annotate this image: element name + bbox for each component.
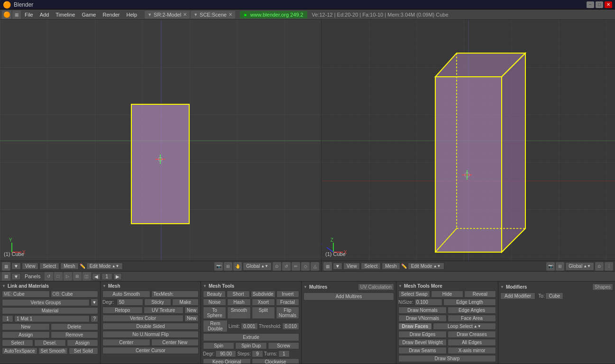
menu-help[interactable]: Help (124, 11, 140, 18)
vp-expand-left[interactable]: ▼ (11, 263, 21, 270)
btn-delete-mat[interactable]: Delete (51, 323, 99, 330)
btn-set-solid[interactable]: Set Solid (69, 347, 98, 355)
btn-subdivide[interactable]: Subdivide (251, 291, 275, 298)
minimize-button[interactable]: − (587, 1, 594, 8)
vp-mode-right[interactable]: Edit Mode ▲▼ (408, 263, 444, 270)
btn-select-mat[interactable]: Select (2, 339, 33, 346)
btn-draw-normals[interactable]: Draw Normals (398, 307, 447, 314)
btn-draw-seams[interactable]: Draw Seams (398, 347, 447, 354)
btn-draw-edges[interactable]: Draw Edges (398, 331, 447, 338)
menu-game[interactable]: Game (79, 11, 99, 18)
vp-icon-right[interactable]: ▦ (323, 262, 332, 271)
vp-hand-icon-left[interactable]: 🤚 (233, 262, 242, 271)
tab-close-sr2[interactable]: ✕ (183, 12, 187, 17)
page-prev[interactable]: ◀ (92, 273, 101, 280)
btn-draw-sharp[interactable]: Draw Sharp (398, 355, 496, 362)
vp-view-right[interactable]: View (343, 263, 360, 270)
btn-set-smooth[interactable]: Set Smooth (38, 347, 68, 355)
btn-retopo[interactable]: Retopo (102, 307, 143, 314)
vp-mode-left[interactable]: Edit Mode ▲▼ (86, 263, 123, 270)
panel-more-triangle[interactable]: ▼ (398, 284, 402, 288)
close-button[interactable]: ✕ (605, 1, 612, 8)
panel-mesh-triangle[interactable]: ▼ (102, 284, 106, 288)
to-value[interactable]: Cube (545, 292, 563, 300)
vp-snap-icon-left[interactable]: ◇ (301, 262, 310, 271)
btn-all-edges[interactable]: All Edges (448, 339, 496, 346)
btn-draw-creases[interactable]: Draw Creases (448, 331, 496, 338)
panels-btn-4[interactable]: ⊞ (73, 272, 82, 281)
btn-new-vc[interactable]: New (184, 315, 199, 322)
me-field[interactable]: ME: Cube (2, 291, 50, 298)
vp-mesh-right[interactable]: Mesh (382, 263, 400, 270)
btn-new-mat[interactable]: New (2, 323, 50, 330)
panels-btn-5[interactable]: ◫ (83, 272, 91, 281)
vp-grid-icon-left[interactable]: ⊞ (224, 262, 232, 271)
btn-add-modifier[interactable]: Add Modifier (500, 292, 535, 300)
maximize-button[interactable]: □ (596, 1, 603, 8)
vp-expand-right[interactable]: ▼ (333, 263, 342, 270)
vp-mesh-left[interactable]: Mesh (60, 263, 78, 270)
panels-expand[interactable]: ▼ (11, 273, 21, 280)
btn-flip-normals[interactable]: Flip Normals (276, 307, 299, 319)
btn-assign[interactable]: Assign (2, 331, 50, 338)
btn-remove[interactable]: Remove (51, 331, 99, 338)
btn-xsort[interactable]: Xsort (252, 299, 275, 306)
btn-beauty[interactable]: Beauty (203, 291, 226, 298)
btn-center-new[interactable]: Center New (151, 339, 199, 346)
degr-value[interactable]: 50 (117, 299, 143, 306)
texmesh-field[interactable]: TexMesh: (151, 291, 199, 298)
vp-cam-icon-right[interactable]: 📷 (546, 262, 555, 271)
btn-autotexspace[interactable]: AutoTexSpace (2, 347, 37, 355)
btn-short[interactable]: Short (227, 291, 249, 298)
vp-tri-icon-left[interactable]: △ (311, 262, 319, 271)
btn-smooth[interactable]: Smooth (227, 307, 250, 319)
tab-dropdown-sce[interactable]: ▼ (193, 12, 198, 17)
btn-to-sphere[interactable]: To Sphere (203, 307, 226, 319)
btn-vertex-color[interactable]: Vertex Color (102, 315, 184, 322)
panel-multires-triangle[interactable]: ▼ (303, 285, 307, 289)
btn-draw-bevel[interactable]: Draw Bevel Weight (398, 339, 447, 346)
page-next[interactable]: ▶ (113, 273, 122, 280)
uv-calculation-btn[interactable]: UV Calculation (358, 283, 394, 291)
vp-select-left[interactable]: Select (39, 263, 59, 270)
btn-draw-faces[interactable]: Draw Faces (398, 323, 432, 330)
tab-sce-scene[interactable]: ▼ SCE:Scene ✕ (191, 11, 235, 18)
mat-slot-query[interactable]: ? (91, 315, 98, 322)
btn-draw-vnormals[interactable]: Draw VNormals (398, 315, 447, 322)
vp-more-right[interactable]: ⋮ (605, 262, 613, 271)
menu-timeline[interactable]: Timeline (53, 11, 78, 18)
vp-view-left[interactable]: View (22, 263, 39, 270)
vp-shading-right[interactable]: Global ▲▼ (565, 262, 594, 271)
turns-value[interactable]: 1 (278, 350, 290, 357)
btn-deselect-mat[interactable]: Desel. (34, 339, 65, 346)
vp-more-icons-left[interactable]: ↺ (282, 262, 291, 271)
viewport-left[interactable]: X Y (1) Cube ▦ ▼ View Select Mesh ✏️ Edi… (0, 20, 321, 271)
btn-x-axis-mirror[interactable]: X-axis mirror (448, 347, 496, 354)
btn-assign2[interactable]: Assign (67, 339, 98, 346)
btn-center-cursor[interactable]: Center Cursor (102, 347, 199, 354)
ob-field[interactable]: OB: Cube (51, 291, 99, 298)
btn-extrude[interactable]: Extrude (203, 333, 299, 341)
shapes-btn[interactable]: Shapes (592, 283, 613, 291)
btn-noise[interactable]: Noise (203, 299, 226, 306)
vp-icon-left[interactable]: ▦ (2, 262, 10, 271)
menu-file[interactable]: File (22, 11, 36, 18)
vp-cam-icon-left[interactable]: 📷 (214, 262, 223, 271)
btn-fractal[interactable]: Fractal (276, 299, 299, 306)
panel-link-triangle[interactable]: ▼ (2, 284, 6, 288)
mat-slot-name[interactable]: 1 Mat 1 (14, 315, 90, 322)
btn-no-u-normal-flip[interactable]: No U.Normal Flip (102, 331, 199, 338)
btn-invert[interactable]: Invert (276, 291, 299, 298)
btn-split[interactable]: Split (252, 307, 275, 319)
limit-value[interactable]: 0.001 (241, 323, 258, 330)
vp-grid-icon-right[interactable]: ⊞ (556, 262, 564, 271)
spin-degr-value[interactable]: 90.00 (215, 350, 236, 357)
btn-spin[interactable]: Spin (203, 342, 234, 349)
btn-double-sided[interactable]: Double Sided (102, 323, 199, 330)
vp-sync-icon-right[interactable]: ⊙ (595, 262, 604, 271)
btn-rem-double[interactable]: Rem Double (203, 320, 228, 332)
vp-draw-icon-left[interactable]: ✏ (292, 262, 300, 271)
panel-mod-triangle[interactable]: ▼ (500, 285, 504, 289)
btn-center[interactable]: Center (102, 339, 150, 346)
btn-uv-texture[interactable]: UV Texture (144, 307, 184, 314)
